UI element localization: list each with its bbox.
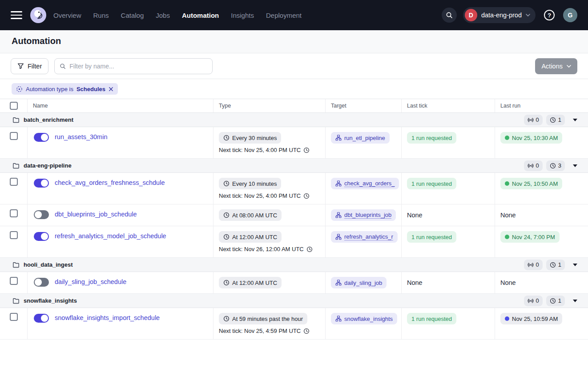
clock-icon bbox=[303, 147, 310, 153]
chevron-down-icon bbox=[567, 65, 571, 68]
schedule-interval-chip: Every 30 minutes bbox=[219, 132, 281, 144]
automation-row: run_assets_30min Every 30 minutes Next t… bbox=[0, 127, 588, 159]
schedule-count-badge: 1 bbox=[546, 296, 565, 306]
target-name: run_etl_pipeline bbox=[344, 135, 385, 141]
primary-nav: Overview Runs Catalog Jobs Automation In… bbox=[53, 12, 302, 19]
schedule-name-link[interactable]: snowflake_insights_import_schedule bbox=[55, 313, 160, 323]
target-chip[interactable]: run_etl_pipeline bbox=[331, 132, 390, 144]
hamburger-menu-icon[interactable] bbox=[11, 11, 22, 19]
last-tick-chip[interactable]: 1 run requested bbox=[407, 313, 456, 324]
nav-item-runs[interactable]: Runs bbox=[93, 12, 109, 19]
schedule-name-link[interactable]: daily_sling_job_schedule bbox=[55, 277, 126, 287]
schedule-count-badge: 1 bbox=[546, 115, 565, 125]
actions-button[interactable]: Actions bbox=[535, 58, 577, 74]
target-chip[interactable]: dbt_blueprints_job bbox=[331, 209, 396, 221]
nav-item-catalog[interactable]: Catalog bbox=[121, 12, 144, 19]
target-chip[interactable]: daily_sling_job bbox=[331, 277, 387, 288]
run-status-dot bbox=[505, 316, 509, 321]
search-button[interactable] bbox=[442, 8, 457, 23]
collapse-caret-icon[interactable] bbox=[573, 119, 577, 121]
clock-icon bbox=[223, 180, 230, 187]
target-name: check_avg_orders_ bbox=[344, 180, 395, 187]
target-chip[interactable]: snowflake_insights bbox=[331, 313, 397, 324]
next-tick-label: Next tick: Nov 25, 4:59 PM UTC bbox=[219, 328, 320, 334]
automation-row: check_avg_orders_freshness_schdule Every… bbox=[0, 173, 588, 204]
help-button[interactable]: ? bbox=[542, 8, 557, 23]
collapse-caret-icon[interactable] bbox=[573, 264, 577, 266]
schedule-name-link[interactable]: check_avg_orders_freshness_schdule bbox=[55, 178, 165, 188]
schedule-toggle[interactable] bbox=[34, 179, 49, 188]
group-row[interactable]: hooli_data_ingest 0 1 bbox=[0, 258, 588, 272]
filter-button[interactable]: Filter bbox=[11, 58, 48, 74]
last-run-chip[interactable]: Nov 25, 10:59 AM bbox=[500, 313, 562, 324]
run-status-dot bbox=[505, 181, 509, 186]
last-run-chip[interactable]: Nov 25, 10:50 AM bbox=[500, 178, 562, 189]
clock-icon bbox=[223, 280, 230, 286]
target-name: daily_sling_job bbox=[344, 280, 382, 286]
dagster-logo-icon[interactable] bbox=[30, 7, 46, 23]
folder-icon bbox=[12, 261, 20, 268]
last-tick-chip[interactable]: 1 run requested bbox=[407, 132, 456, 144]
row-checkbox[interactable] bbox=[10, 209, 18, 217]
sensor-icon bbox=[528, 298, 534, 304]
clock-icon bbox=[550, 298, 556, 304]
sensor-icon bbox=[528, 117, 534, 123]
toggle-knob bbox=[35, 211, 42, 218]
schedule-interval-chip: At 12:00 AM UTC bbox=[219, 231, 282, 243]
name-filter-input[interactable] bbox=[69, 63, 207, 70]
group-row[interactable]: snowflake_insights 0 1 bbox=[0, 294, 588, 308]
target-chip[interactable]: check_avg_orders_ bbox=[331, 178, 399, 189]
job-icon bbox=[335, 316, 342, 322]
deployment-badge: D bbox=[465, 9, 477, 21]
toggle-knob bbox=[41, 233, 48, 240]
automation-row: snowflake_insights_import_schedule At 59… bbox=[0, 308, 588, 340]
remove-filter-icon[interactable] bbox=[109, 87, 113, 92]
row-checkbox[interactable] bbox=[10, 132, 18, 140]
row-checkbox[interactable] bbox=[10, 178, 18, 186]
select-all-checkbox[interactable] bbox=[10, 102, 18, 110]
nav-item-jobs[interactable]: Jobs bbox=[156, 12, 170, 19]
schedule-name-link[interactable]: refresh_analytics_model_job_schedule bbox=[55, 231, 166, 241]
clock-icon bbox=[306, 246, 313, 252]
schedule-interval-chip: At 08:00 AM UTC bbox=[219, 209, 282, 221]
row-checkbox[interactable] bbox=[10, 277, 18, 285]
row-checkbox[interactable] bbox=[10, 313, 18, 321]
last-run-chip[interactable]: Nov 25, 10:30 AM bbox=[500, 132, 562, 144]
automation-row: refresh_analytics_model_job_schedule At … bbox=[0, 226, 588, 258]
clock-icon bbox=[223, 212, 230, 218]
schedule-toggle[interactable] bbox=[34, 314, 49, 323]
schedule-toggle[interactable] bbox=[34, 133, 49, 142]
deployment-name: data-eng-prod bbox=[481, 12, 522, 19]
user-avatar[interactable]: G bbox=[563, 8, 577, 22]
automation-type-filter-chip[interactable]: Automation type is Schedules bbox=[12, 83, 118, 95]
next-tick-label: Next tick: Nov 25, 4:00 PM UTC bbox=[219, 147, 320, 153]
group-row[interactable]: batch_enrichment 0 1 bbox=[0, 113, 588, 127]
column-header-last-run: Last run bbox=[495, 99, 588, 112]
sensor-icon bbox=[528, 262, 534, 268]
clock-icon bbox=[303, 193, 310, 199]
collapse-caret-icon[interactable] bbox=[573, 164, 577, 167]
schedule-name-link[interactable]: dbt_blueprints_job_schedule bbox=[55, 209, 137, 219]
toggle-knob bbox=[35, 279, 42, 286]
toggle-knob bbox=[41, 134, 48, 141]
active-filters-row: Automation type is Schedules bbox=[0, 79, 588, 99]
nav-item-insights[interactable]: Insights bbox=[231, 12, 254, 19]
schedule-name-link[interactable]: run_assets_30min bbox=[55, 132, 108, 142]
schedule-toggle[interactable] bbox=[34, 210, 49, 219]
clock-icon bbox=[550, 262, 556, 268]
group-row[interactable]: data-eng-pipeline 0 3 bbox=[0, 159, 588, 173]
deployment-switcher[interactable]: D data-eng-prod bbox=[463, 7, 536, 23]
schedule-count-badge: 3 bbox=[546, 160, 565, 171]
schedule-toggle[interactable] bbox=[34, 278, 49, 287]
collapse-caret-icon[interactable] bbox=[573, 300, 577, 302]
target-chip[interactable]: refresh_analytics_r bbox=[331, 231, 398, 243]
nav-item-deployment[interactable]: Deployment bbox=[266, 12, 302, 19]
row-checkbox[interactable] bbox=[10, 231, 18, 239]
schedule-toggle[interactable] bbox=[34, 232, 49, 241]
last-tick-chip[interactable]: 1 run requested bbox=[407, 231, 456, 243]
nav-item-automation[interactable]: Automation bbox=[182, 12, 219, 19]
last-run-chip[interactable]: Nov 24, 7:00 PM bbox=[500, 231, 560, 243]
nav-item-overview[interactable]: Overview bbox=[53, 12, 81, 19]
last-tick-chip[interactable]: 1 run requested bbox=[407, 178, 456, 189]
folder-icon bbox=[12, 297, 20, 304]
